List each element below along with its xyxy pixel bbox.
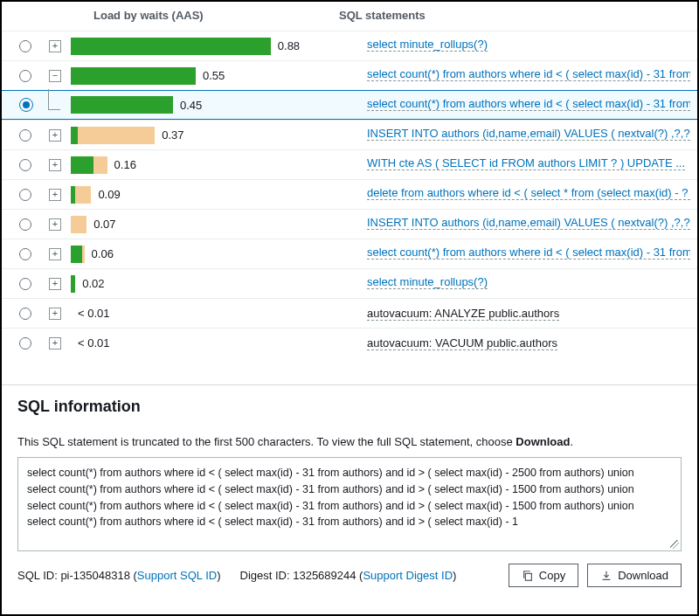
load-value: 0.55: [203, 69, 225, 82]
resize-handle-icon[interactable]: [670, 540, 679, 549]
copy-button[interactable]: Copy: [509, 564, 578, 587]
sql-statement-link[interactable]: select minute_rollups(?): [367, 38, 488, 52]
sql-line: select count(*) from authors where id < …: [27, 481, 672, 498]
table-row[interactable]: +0.07INSERT INTO authors (id,name,email)…: [2, 209, 697, 239]
panel-title: SQL information: [17, 398, 682, 416]
table-row[interactable]: +0.16WITH cte AS ( SELECT id FROM author…: [2, 149, 697, 179]
sql-id-label: SQL ID:: [17, 569, 60, 582]
load-value: 0.88: [278, 39, 300, 52]
row-radio[interactable]: [19, 159, 31, 171]
load-bar: [71, 96, 173, 114]
row-radio[interactable]: [19, 218, 31, 231]
bar-segment-orange: [82, 246, 85, 263]
row-radio[interactable]: [19, 308, 31, 320]
sql-statement-link[interactable]: delete from authors where id < ( select …: [367, 186, 690, 200]
sql-table-scroll[interactable]: Load by waits (AAS) SQL statements +0.88…: [2, 2, 697, 384]
table-row[interactable]: +0.02select minute_rollups(?): [2, 268, 697, 298]
bar-segment-green: [71, 38, 271, 55]
expand-icon[interactable]: +: [49, 278, 61, 290]
bar-segment-green: [71, 127, 78, 144]
download-button[interactable]: Download: [587, 564, 682, 587]
svg-rect-0: [525, 573, 531, 580]
expand-icon[interactable]: +: [49, 248, 61, 260]
sql-text-box[interactable]: select count(*) from authors where id < …: [17, 457, 682, 551]
download-icon: [600, 570, 612, 582]
sql-line: select count(*) from authors where id < …: [27, 514, 672, 530]
id-row: SQL ID: pi-135048318 (Support SQL ID) Di…: [17, 569, 456, 582]
table-row[interactable]: +< 0.01autovacuum: VACUUM public.authors: [2, 328, 697, 357]
row-radio[interactable]: [19, 278, 31, 290]
load-bar: [71, 186, 91, 204]
digest-id-value: 1325689244: [293, 569, 356, 582]
load-bar: [71, 38, 271, 55]
sql-statement-link: autovacuum: ANALYZE public.authors: [367, 307, 559, 321]
table-row[interactable]: +0.09delete from authors where id < ( se…: [2, 179, 697, 209]
row-radio[interactable]: [19, 98, 33, 112]
load-value: 0.45: [180, 99, 202, 112]
expand-icon[interactable]: +: [49, 218, 61, 231]
expand-icon[interactable]: +: [49, 337, 61, 350]
digest-id-label: Digest ID:: [240, 569, 294, 582]
table-header: Load by waits (AAS) SQL statements: [2, 2, 697, 31]
table-row[interactable]: +0.88select minute_rollups(?): [2, 31, 697, 60]
sql-statement-link[interactable]: INSERT INTO authors (id,name,email) VALU…: [367, 216, 690, 230]
load-bar: [71, 67, 196, 85]
expand-icon[interactable]: +: [49, 189, 61, 201]
bar-segment-green: [71, 96, 173, 114]
row-radio[interactable]: [19, 189, 31, 201]
table-row[interactable]: +0.06select count(*) from authors where …: [2, 239, 697, 268]
sql-line: select count(*) from authors where id < …: [27, 465, 672, 481]
tree-connector-icon: [48, 89, 60, 110]
expand-icon[interactable]: +: [49, 159, 61, 171]
sql-statement-link[interactable]: select count(*) from authors where id < …: [367, 246, 690, 260]
bar-segment-green: [71, 67, 196, 85]
bar-segment-orange: [71, 216, 87, 233]
load-bar: [71, 275, 75, 293]
expand-icon[interactable]: +: [49, 308, 61, 320]
load-value: < 0.01: [78, 307, 110, 320]
row-radio[interactable]: [19, 40, 31, 52]
sql-information-panel: SQL information This SQL statement is tr…: [2, 384, 697, 596]
bar-segment-orange: [78, 127, 155, 144]
sql-statement-link[interactable]: select minute_rollups(?): [367, 275, 488, 289]
expand-icon[interactable]: +: [49, 40, 61, 52]
load-value: < 0.01: [78, 336, 110, 350]
load-value: 0.09: [98, 188, 120, 201]
table-row[interactable]: −0.55select count(*) from authors where …: [2, 60, 697, 90]
row-radio[interactable]: [19, 248, 31, 260]
row-radio[interactable]: [19, 70, 31, 82]
sql-statement-link[interactable]: select count(*) from authors where id < …: [367, 67, 690, 81]
expand-icon[interactable]: +: [49, 129, 61, 142]
load-bar: [71, 246, 85, 263]
load-bar: [71, 216, 87, 233]
load-value: 0.07: [93, 218, 115, 231]
load-bar: [71, 156, 107, 174]
load-bar: [71, 127, 155, 144]
sql-statement-link[interactable]: select count(*) from authors where id < …: [367, 97, 690, 111]
bar-segment-green: [71, 246, 82, 263]
copy-icon: [522, 570, 534, 582]
sql-statement-link: autovacuum: VACUUM public.authors: [367, 336, 557, 350]
row-radio[interactable]: [19, 337, 31, 350]
table-row[interactable]: +0.37INSERT INTO authors (id,name,email)…: [2, 120, 697, 149]
truncation-note: This SQL statement is truncated to the f…: [17, 435, 682, 448]
header-load[interactable]: Load by waits (AAS): [41, 9, 334, 22]
support-digest-id-link[interactable]: Support Digest ID: [363, 569, 453, 582]
sql-line: select count(*) from authors where id < …: [27, 498, 672, 515]
collapse-icon[interactable]: −: [49, 70, 61, 82]
sql-id-value: pi-135048318: [60, 569, 130, 582]
header-sql[interactable]: SQL statements: [334, 9, 697, 22]
load-value: 0.02: [82, 277, 104, 290]
sql-statement-link[interactable]: WITH cte AS ( SELECT id FROM authors LIM…: [367, 156, 685, 170]
bar-segment-green: [71, 275, 75, 293]
load-value: 0.37: [162, 128, 183, 142]
bar-segment-orange: [75, 186, 91, 204]
support-sql-id-link[interactable]: Support SQL ID: [137, 569, 217, 582]
bar-segment-green: [71, 156, 93, 174]
load-value: 0.16: [114, 158, 136, 171]
sql-statement-link[interactable]: INSERT INTO authors (id,name,email) VALU…: [367, 127, 690, 141]
row-radio[interactable]: [19, 129, 31, 142]
table-row[interactable]: 0.45select count(*) from authors where i…: [2, 90, 697, 120]
load-value: 0.06: [92, 247, 114, 260]
table-row[interactable]: +< 0.01autovacuum: ANALYZE public.author…: [2, 298, 697, 328]
